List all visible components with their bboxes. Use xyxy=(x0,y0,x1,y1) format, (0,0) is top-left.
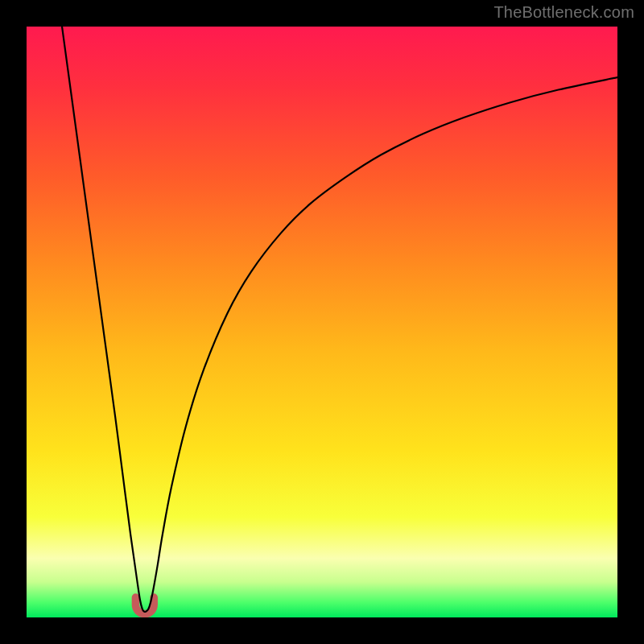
chart-frame: TheBottleneck.com xyxy=(0,0,644,644)
gradient-background xyxy=(27,27,617,617)
bottleneck-chart-svg xyxy=(27,27,617,617)
watermark-text: TheBottleneck.com xyxy=(493,3,634,22)
plot-area xyxy=(27,27,617,617)
